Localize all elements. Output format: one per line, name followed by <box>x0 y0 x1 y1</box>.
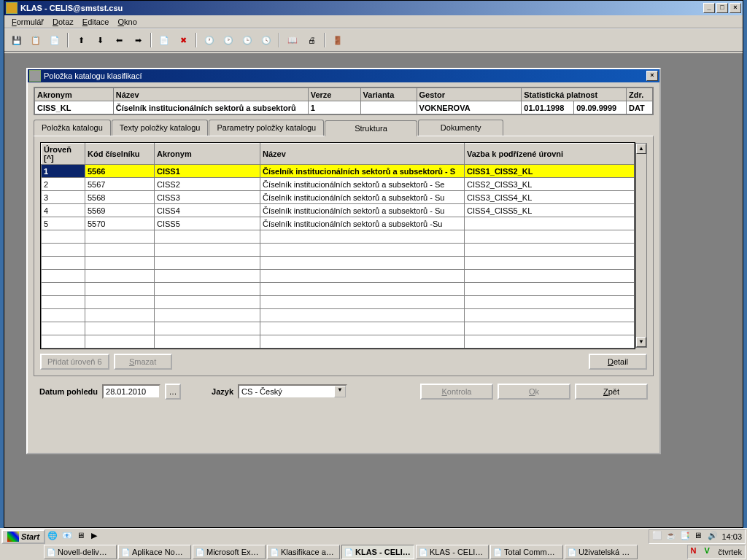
menu-dotaz[interactable]: Dotaz <box>48 17 78 27</box>
tb-clock3-icon[interactable]: 🕒 <box>239 32 255 48</box>
table-row-empty[interactable] <box>42 335 635 349</box>
tb-clock2-icon[interactable]: 🕑 <box>220 32 236 48</box>
close-button[interactable]: × <box>729 3 741 13</box>
table-row[interactable]: 15566CISS1Číselník institucionálních sek… <box>42 165 635 178</box>
taskbar-task[interactable]: 📄KLAS - CELI… <box>341 545 414 559</box>
tab-dokumenty[interactable]: Dokumenty <box>418 120 504 136</box>
taskbar: Start 🌐 📧 🖥 ▶ ⬜ ☕ 📑 🖥 🔊 14:03 📄Novell-de… <box>0 528 747 560</box>
delete-button[interactable]: Smazat <box>114 354 172 370</box>
tb-exit-icon[interactable]: 🚪 <box>330 32 346 48</box>
table-row-empty[interactable] <box>42 309 635 322</box>
back-button[interactable]: Zpět <box>575 384 648 400</box>
lang-combo[interactable]: CS - Český ▼ <box>238 384 347 399</box>
dialog-close-button[interactable]: × <box>646 71 658 81</box>
tb-save-icon[interactable]: 💾 <box>9 32 25 48</box>
tb-clock4-icon[interactable]: 🕓 <box>258 32 274 48</box>
hdr-zdr: Zdr. <box>627 88 653 101</box>
taskbar-task[interactable]: 📄Microsoft Ex… <box>193 545 266 559</box>
th-uroven[interactable]: Úroveň [^] <box>42 144 85 165</box>
taskbar-task[interactable]: 📄Klasifikace a… <box>267 545 340 559</box>
val-plat-do: 09.09.9999 <box>574 101 627 114</box>
tb-print-icon[interactable]: 🖨 <box>303 32 320 48</box>
table-row-empty[interactable] <box>42 296 635 309</box>
taskbar-task[interactable]: 📄Novell-deliv… <box>44 545 117 559</box>
tab-texty[interactable]: Texty položky katalogu <box>112 120 209 136</box>
tb-new-icon[interactable]: 📄 <box>156 32 172 48</box>
scroll-down-icon[interactable]: ▼ <box>636 337 646 347</box>
table-row-empty[interactable] <box>42 322 635 335</box>
add-level-button[interactable]: Přidat úroveň 6 <box>40 354 109 370</box>
table-row[interactable]: 55570CISS5Číselník institucionálních sek… <box>42 217 635 230</box>
th-nazev[interactable]: Název <box>260 144 465 165</box>
taskbar-task[interactable]: 📄Aplikace No… <box>118 545 191 559</box>
th-akronym[interactable]: Akronym <box>155 144 260 165</box>
table-row[interactable]: 35568CISS3Číselník institucionálních sek… <box>42 191 635 204</box>
mdi-area: Položka katalogu klasifikací × Akronym N… <box>4 53 743 527</box>
combo-dropdown-icon[interactable]: ▼ <box>334 386 346 397</box>
menu-editace[interactable]: Editace <box>78 17 114 27</box>
ql-icon-1[interactable]: 🌐 <box>47 530 60 543</box>
tb-down-icon[interactable]: ⬇ <box>92 32 108 48</box>
tray-volume-icon[interactable]: 🔊 <box>708 531 719 542</box>
detail-button[interactable]: Detail <box>589 354 647 370</box>
tray-icon-2[interactable]: ☕ <box>666 531 678 542</box>
tb-up-icon[interactable]: ⬆ <box>73 32 89 48</box>
minimize-button[interactable]: _ <box>703 3 715 13</box>
menu-okno[interactable]: Okno <box>113 17 141 27</box>
structure-table: Úroveň [^] Kód číselníku Akronym Název V… <box>40 142 635 349</box>
table-row-empty[interactable] <box>42 257 635 270</box>
menu-formular[interactable]: Formulář <box>7 17 48 27</box>
tray-n-icon[interactable]: N <box>691 546 703 558</box>
tb-paste-icon[interactable]: 📄 <box>47 32 63 48</box>
task-label: Novell-deliv… <box>58 548 107 556</box>
table-row-empty[interactable] <box>42 230 635 244</box>
tray-v-icon[interactable]: V <box>705 546 716 558</box>
tab-polozka[interactable]: Položka katalogu <box>34 120 111 136</box>
tray-day: čtvrtek <box>719 548 742 556</box>
ql-icon-4[interactable]: ▶ <box>90 530 104 543</box>
table-row-empty[interactable] <box>42 270 635 283</box>
header-info-grid: Akronym Název Verze Varianta Gestor Stat… <box>34 87 654 115</box>
kontrola-button[interactable]: Kontrola <box>420 384 493 400</box>
taskbar-task[interactable]: 📄Total Comm… <box>490 545 563 559</box>
task-icon: 📄 <box>121 548 130 556</box>
table-row[interactable]: 45569CISS4Číselník institucionálních sek… <box>42 204 635 217</box>
tb-right-icon[interactable]: ➡ <box>130 32 146 48</box>
task-label: Microsoft Ex… <box>206 548 259 556</box>
tb-clock1-icon[interactable]: 🕐 <box>201 32 217 48</box>
ql-icon-3[interactable]: 🖥 <box>76 530 89 543</box>
system-tray: ⬜ ☕ 📑 🖥 🔊 14:03 <box>649 529 746 544</box>
tab-struktura[interactable]: Struktura <box>325 120 417 136</box>
start-button[interactable]: Start <box>1 529 45 544</box>
tray-icon-4[interactable]: 🖥 <box>694 531 705 542</box>
ql-icon-2[interactable]: 📧 <box>61 530 74 543</box>
tab-parametry[interactable]: Parametry položky katalogu <box>209 120 324 136</box>
tray-icon-3[interactable]: 📑 <box>680 531 692 542</box>
hdr-varianta: Varianta <box>360 88 417 101</box>
ok-button[interactable]: Ok <box>498 384 570 400</box>
tb-copy-icon[interactable]: 📋 <box>28 32 44 48</box>
val-verze: 1 <box>308 101 360 114</box>
tb-left-icon[interactable]: ⬅ <box>111 32 127 48</box>
th-kod[interactable]: Kód číselníku <box>85 144 155 165</box>
app-icon <box>6 2 18 14</box>
tb-book-icon[interactable]: 📖 <box>285 32 301 48</box>
maximize-button[interactable]: □ <box>716 3 728 13</box>
table-row-empty[interactable] <box>42 283 635 296</box>
scroll-up-icon[interactable]: ▲ <box>636 144 646 154</box>
toolbar: 💾 📋 📄 ⬆ ⬇ ⬅ ➡ 📄 ✖ 🕐 🕑 🕒 🕓 📖 🖨 🚪 <box>4 28 743 52</box>
tb-delete-icon[interactable]: ✖ <box>175 32 191 48</box>
table-row[interactable]: 25567CISS2Číselník institucionálních sek… <box>42 178 635 191</box>
th-vazba[interactable]: Vazba k podřízené úrovni <box>465 144 635 165</box>
vertical-scrollbar[interactable]: ▲ ▼ <box>635 143 647 348</box>
date-picker-button[interactable]: … <box>165 384 181 400</box>
taskbar-task[interactable]: 📄KLAS - CELI… <box>416 545 489 559</box>
task-label: Aplikace No… <box>132 548 183 556</box>
taskbar-task[interactable]: 📄Uživatelská … <box>565 545 638 559</box>
val-akronym: CISS_KL <box>35 101 114 114</box>
date-input[interactable] <box>102 384 160 399</box>
tabs: Položka katalogu Texty položky katalogu … <box>34 120 654 136</box>
tray-icon-1[interactable]: ⬜ <box>652 531 664 542</box>
clock[interactable]: 14:03 <box>721 532 742 541</box>
table-row-empty[interactable] <box>42 244 635 257</box>
